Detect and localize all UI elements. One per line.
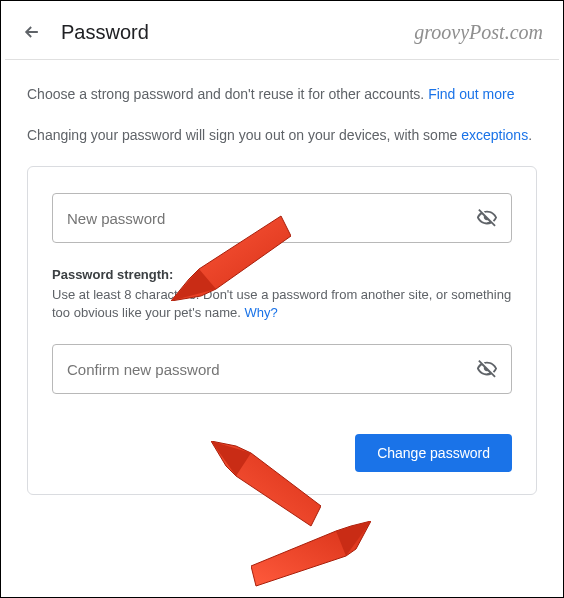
confirm-password-field-wrap bbox=[52, 344, 512, 394]
toggle-confirm-password-visibility[interactable] bbox=[473, 355, 501, 383]
intro-p1-text: Choose a strong password and don't reuse… bbox=[27, 86, 428, 102]
eye-off-icon bbox=[476, 358, 498, 380]
why-link[interactable]: Why? bbox=[245, 305, 278, 320]
password-card: Password strength: Use at least 8 charac… bbox=[27, 166, 537, 495]
page-title: Password bbox=[61, 21, 149, 44]
new-password-field-wrap bbox=[52, 193, 512, 243]
eye-off-icon bbox=[476, 207, 498, 229]
intro-p2-suffix: . bbox=[528, 127, 532, 143]
strength-note-text: Use at least 8 characters. Don't use a p… bbox=[52, 287, 511, 320]
watermark: groovyPost.com bbox=[414, 21, 543, 44]
password-strength-label: Password strength: bbox=[52, 267, 512, 282]
change-password-button[interactable]: Change password bbox=[355, 434, 512, 472]
password-strength-note: Use at least 8 characters. Don't use a p… bbox=[52, 286, 512, 322]
header: Password groovyPost.com bbox=[5, 5, 559, 60]
find-out-more-link[interactable]: Find out more bbox=[428, 86, 514, 102]
exceptions-link[interactable]: exceptions bbox=[461, 127, 528, 143]
intro-text: Choose a strong password and don't reuse… bbox=[27, 84, 537, 146]
intro-p2-text: Changing your password will sign you out… bbox=[27, 127, 461, 143]
form-footer: Change password bbox=[52, 434, 512, 472]
toggle-new-password-visibility[interactable] bbox=[473, 204, 501, 232]
confirm-password-input[interactable] bbox=[67, 361, 463, 378]
back-button[interactable] bbox=[15, 15, 49, 49]
new-password-input[interactable] bbox=[67, 210, 463, 227]
arrow-left-icon bbox=[22, 22, 42, 42]
